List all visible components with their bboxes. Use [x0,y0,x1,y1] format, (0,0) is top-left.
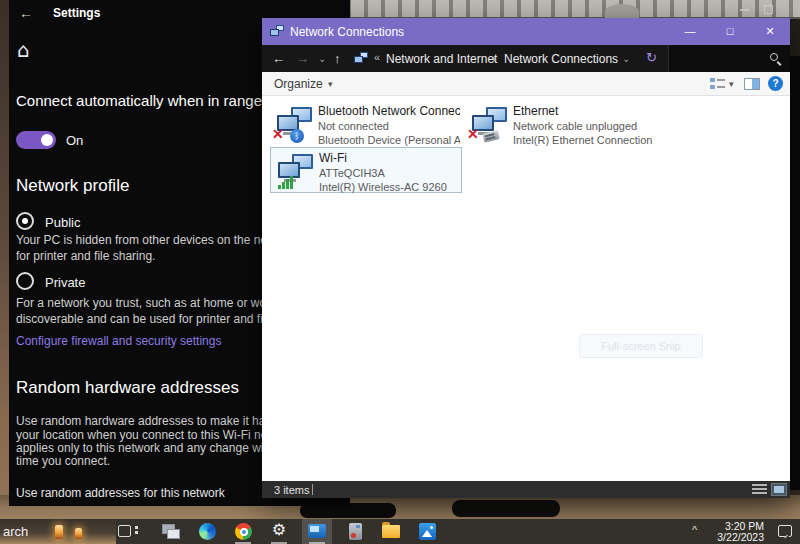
taskbar-search-box[interactable]: arch [0,519,116,544]
bluetooth-icon: ᛒ [290,129,304,143]
settings-button[interactable]: ⚙ [264,519,294,544]
large-icons-view-icon[interactable] [771,483,787,496]
edge-button[interactable] [192,519,222,544]
folder-icon [382,525,400,538]
control-panel-icon [308,524,326,538]
edge-icon [199,523,216,540]
configure-firewall-link[interactable]: Configure firewall and security settings [16,334,221,348]
wallpaper-keyboard-strip [300,0,800,19]
taskbar: arch ⚙ [0,519,800,544]
item-name: Wi-Fi [319,151,461,165]
random-hardware-heading: Random hardware addresses [16,378,239,398]
connect-automatically-toggle[interactable] [16,131,56,149]
taskbar-app-button[interactable] [156,519,186,544]
connect-automatically-heading: Connect automatically when in range [16,92,262,109]
change-view-caret-icon[interactable]: ▾ [729,79,734,89]
snip-ghost-tooltip: Full-screen Snip [580,335,702,357]
navigation-bar: ← → ⌄ ↑ « Network and Internet › Network… [262,45,790,72]
title-bar[interactable]: Network Connections — □ ✕ [262,18,790,45]
disconnected-x-icon: ✕ [272,126,284,142]
minimize-button[interactable]: — [670,18,710,45]
file-explorer-button[interactable] [376,519,406,544]
recent-locations-chevron-icon[interactable]: ⌄ [318,53,326,64]
chrome-button[interactable] [228,519,258,544]
network-connections-window: Network Connections — □ ✕ ← → ⌄ ↑ « Netw… [262,18,790,498]
toggle-state-label: On [66,133,83,148]
background-window-edge [790,56,800,490]
task-view-button[interactable] [112,519,142,544]
preview-pane-icon[interactable] [744,78,760,90]
gear-icon: ⚙ [264,520,294,539]
list-item-wifi-selected[interactable]: Wi-Fi ATTeQCIH3A Intel(R) Wireless-AC 92… [270,147,462,193]
home-icon[interactable]: ⌂ [17,38,30,62]
refresh-icon[interactable]: ↻ [646,50,657,65]
status-bar: 3 items [262,481,790,498]
breadcrumb-network-and-internet[interactable]: Network and Internet [386,52,497,66]
forward-icon[interactable]: → [296,51,309,66]
organize-caret-icon[interactable]: ▾ [328,79,333,89]
status-divider [312,484,313,495]
search-box-image [55,525,63,539]
item-device: Intel(R) Wireless-AC 9260 [319,181,461,193]
search-box-image [75,528,82,539]
search-icon[interactable] [770,53,778,61]
chrome-icon [235,523,252,540]
wallpaper-rock [452,500,560,517]
help-icon[interactable]: ? [768,76,783,91]
address-bar-icon [354,52,368,64]
radio-selected-dot [22,218,28,224]
maximize-button[interactable]: □ [710,18,750,45]
public-description: for printer and file sharing. [16,249,155,263]
item-status: Not connected [318,120,460,132]
clock-time: 3:20 PM [706,521,764,532]
breadcrumb-separator: › [492,52,496,66]
window-title: Network Connections [290,25,404,39]
back-icon[interactable]: ← [272,51,285,66]
network-adapter-icon: ✕ [470,107,508,141]
organize-button[interactable]: Organize [274,77,323,91]
network-profile-heading: Network profile [16,176,129,196]
use-random-addresses-label[interactable]: Use random addresses for this network [16,486,225,500]
list-item-ethernet[interactable]: ✕ Ethernet Network cable unplugged Intel… [465,101,657,147]
radio-public[interactable] [16,212,34,230]
search-box[interactable] [668,45,790,72]
details-view-icon[interactable] [752,484,767,495]
random-hardware-description: time you connect. [16,454,110,468]
background-minimize-glyph [740,9,749,11]
breadcrumb-collapse[interactable]: « [374,51,380,63]
clock-date: 3/22/2023 [706,532,764,543]
breadcrumb-network-connections[interactable]: Network Connections [504,52,618,66]
photos-icon [419,523,436,540]
close-button[interactable]: ✕ [750,18,790,45]
settings-back-button[interactable]: ← [19,5,33,21]
radio-private[interactable] [16,272,34,290]
change-view-icon[interactable] [710,78,725,90]
item-status: ATTeQCIH3A [319,167,461,179]
file-list-area: ✕ ᛒ Bluetooth Network Connection Not con… [262,97,790,481]
radio-private-label[interactable]: Private [45,275,85,290]
up-icon[interactable]: ↑ [334,51,341,66]
toggle-knob [41,134,53,146]
wallpaper-left-strip [0,0,9,544]
taskbar-app-button[interactable] [340,519,370,544]
action-center-icon[interactable] [778,525,792,537]
photos-button[interactable] [412,519,442,544]
search-box-text: arch [3,524,28,539]
control-panel-button-active[interactable] [302,519,332,544]
disconnected-x-icon: ✕ [467,126,479,142]
wallpaper-keyboard-key [605,4,639,19]
radio-public-label[interactable]: Public [45,215,80,230]
item-device: Bluetooth Device (Personal Area ... [318,134,460,146]
network-adapter-icon: ✕ ᛒ [275,107,313,141]
settings-window-title: Settings [53,6,100,20]
item-name: Ethernet [513,104,655,118]
taskbar-clock[interactable]: 3:20 PM 3/22/2023 [706,521,764,542]
item-count-label: 3 items [274,484,309,496]
list-item-bluetooth[interactable]: ✕ ᛒ Bluetooth Network Connection Not con… [270,101,462,147]
item-name: Bluetooth Network Connection [318,104,460,118]
network-adapter-icon [276,154,314,188]
command-toolbar: Organize ▾ ▾ ? [262,72,790,96]
show-hidden-icons-chevron[interactable]: ^ [692,524,697,536]
wifi-signal-icon [278,175,296,189]
address-dropdown-chevron-icon[interactable]: ⌄ [622,53,630,64]
